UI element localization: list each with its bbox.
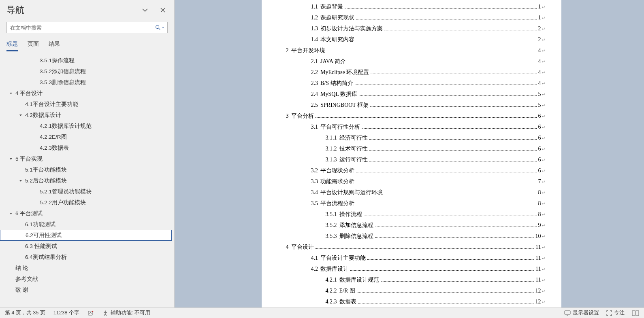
toc-entry[interactable]: 4.2.1 数据库设计规范11↵: [274, 276, 545, 284]
toc-leader: [375, 237, 534, 238]
toc-entry[interactable]: 3.1.2 技术可行性6↵: [274, 144, 545, 153]
toc-entry[interactable]: 4 平台设计11↵: [274, 243, 545, 251]
status-view-mode[interactable]: [632, 310, 639, 316]
tree-item[interactable]: 5.2后台功能模块: [0, 175, 172, 186]
toc-entry[interactable]: 3.1 平台可行性分析6↵: [274, 123, 545, 131]
toc-entry[interactable]: 2.2 MyEclipse 环境配置4↵: [274, 68, 545, 76]
tree-item[interactable]: 4.2.2E/R图: [0, 131, 172, 142]
toc-leader: [384, 30, 537, 30]
toc-entry[interactable]: 1.1 课题背景1↵: [274, 2, 545, 11]
paragraph-marker: ↵: [542, 26, 545, 32]
paragraph-marker: ↵: [542, 37, 545, 43]
toc-entry[interactable]: 3.5.1 操作流程8↵: [274, 210, 545, 218]
nav-tab-2[interactable]: 结果: [49, 37, 60, 51]
toc-entry[interactable]: 4.2.3 数据表12↵: [274, 297, 545, 306]
toc-entry[interactable]: 2.4 MySQL 数据库5↵: [274, 90, 545, 98]
toc-entry[interactable]: 4.1 平台设计主要功能11↵: [274, 254, 545, 262]
toc-number: 3.5: [311, 199, 318, 208]
toc-entry[interactable]: 3.3 功能需求分析7↵: [274, 177, 545, 186]
tree-item-label: 4.2数据库设计: [25, 112, 61, 119]
toc-entry[interactable]: 1.2 课题研究现状1↵: [274, 13, 545, 22]
status-accessibility[interactable]: 辅助功能: 不可用: [102, 310, 150, 316]
tree-caret-icon: [32, 123, 38, 129]
toc-text: E/R 图: [339, 286, 355, 295]
toc-number: 1.3: [311, 24, 318, 33]
toc-entry[interactable]: 2.3 B/S 结构简介4↵: [274, 79, 545, 87]
toc-entry[interactable]: 3.4 平台设计规则与运行环境8↵: [274, 188, 545, 197]
toc-entry[interactable]: 3.5.2 添加信息流程9↵: [274, 221, 545, 229]
tree-item[interactable]: 结 论: [0, 263, 172, 273]
toc-number: 2.5: [311, 101, 318, 109]
tree-item[interactable]: 3.5.2添加信息流程: [0, 66, 172, 77]
toc-entry[interactable]: 3.1.1 经济可行性6↵: [274, 134, 545, 142]
tree-item[interactable]: 4.2.1数据库设计规范: [0, 121, 172, 131]
search-button[interactable]: [152, 22, 167, 33]
tree-item[interactable]: 6.4测试结果分析: [0, 252, 172, 263]
tree-caret-icon[interactable]: [18, 112, 23, 118]
tree-item[interactable]: 4 平台设计: [0, 88, 172, 99]
nav-tree[interactable]: 3.5.1操作流程3.5.2添加信息流程3.5.3删除信息流程4 平台设计4.1…: [0, 52, 174, 307]
toc-leader: [369, 161, 537, 161]
tree-item[interactable]: 6.3 性能测试: [0, 241, 172, 252]
toc-entry[interactable]: 2.5 SPRINGBOOT 框架5↵: [274, 101, 545, 109]
toc-entry[interactable]: 4.2 数据库设计11↵: [274, 265, 545, 273]
tree-item[interactable]: 5.2.1管理员功能模块: [0, 186, 172, 197]
tree-item-label: 6.1功能测试: [25, 221, 55, 228]
document-area[interactable]: 1.1 课题背景1↵1.2 课题研究现状1↵1.3 初步设计方法与实施方案2↵1…: [175, 0, 644, 307]
toc-entry[interactable]: 2.1 JAVA 简介4↵: [274, 57, 545, 66]
svg-rect-3: [565, 311, 570, 314]
tree-item[interactable]: 4.2数据库设计: [0, 110, 172, 121]
status-display-settings[interactable]: 显示器设置: [564, 310, 599, 316]
tree-item[interactable]: 5 平台实现: [0, 153, 172, 164]
toc-entry[interactable]: 1.3 初步设计方法与实施方案2↵: [274, 24, 545, 33]
tree-item-label: 4.2.3数据表: [40, 144, 69, 152]
toc-entry[interactable]: 2 平台开发环境4↵: [274, 46, 545, 55]
paragraph-marker: ↵: [542, 168, 545, 174]
tree-item[interactable]: 5.2.2用户功能模块: [0, 197, 172, 208]
status-proofing[interactable]: [87, 310, 94, 316]
nav-tab-0[interactable]: 标题: [6, 37, 18, 51]
nav-tab-1[interactable]: 页面: [28, 37, 39, 51]
tree-caret-icon[interactable]: [8, 91, 14, 96]
tree-item-label: 6.3 性能测试: [25, 243, 57, 250]
nav-tabs: 标题页面结果: [0, 37, 174, 52]
tree-caret-icon: [32, 134, 38, 140]
toc-entry[interactable]: 3.2 平台现状分析6↵: [274, 166, 545, 175]
nav-collapse-button[interactable]: [140, 5, 150, 15]
toc-leader: [370, 106, 536, 107]
toc-leader: [369, 139, 537, 140]
tree-caret-icon[interactable]: [8, 211, 14, 216]
toc-number: 4.2.1: [326, 276, 337, 284]
paragraph-marker: ↵: [542, 135, 545, 141]
toc-number: 3: [286, 112, 289, 120]
tree-item[interactable]: 6.2可用性测试: [0, 230, 172, 241]
tree-item[interactable]: 3.5.3删除信息流程: [0, 77, 172, 88]
status-word-count[interactable]: 11238 个字: [53, 310, 79, 316]
toc-entry[interactable]: 3.5.3 删除信息流程10↵: [274, 232, 545, 240]
tree-item[interactable]: 5.1平台功能模块: [0, 164, 172, 175]
tree-caret-icon[interactable]: [8, 156, 14, 162]
search-input[interactable]: [7, 22, 152, 33]
tree-item[interactable]: 6.1功能测试: [0, 219, 172, 230]
toc-entry[interactable]: 3.1.3 运行可行性6↵: [274, 155, 545, 164]
tree-caret-icon: [8, 265, 14, 271]
tree-item[interactable]: 致 谢: [0, 284, 172, 295]
tree-caret-icon: [8, 287, 14, 293]
toc-entry[interactable]: 3.5 平台流程分析8↵: [274, 199, 545, 208]
toc-entry[interactable]: 3 平台分析6↵: [274, 112, 545, 120]
tree-item[interactable]: 3.5.1操作流程: [0, 55, 172, 66]
tree-item[interactable]: 参考文献: [0, 273, 172, 284]
toc-number: 4.2.2: [326, 286, 337, 295]
tree-item[interactable]: 4.2.3数据表: [0, 142, 172, 153]
nav-close-button[interactable]: [158, 5, 168, 15]
toc-entry[interactable]: 4.2.2 E/R 图12↵: [274, 286, 545, 295]
tree-item[interactable]: 6 平台测试: [0, 208, 172, 219]
tree-caret-icon[interactable]: [18, 178, 23, 184]
tree-caret-icon: [18, 222, 23, 227]
toc-entry[interactable]: 1.4 本文研究内容2↵: [274, 35, 545, 44]
status-page-info[interactable]: 第 4 页，共 35 页: [5, 310, 45, 316]
tree-item[interactable]: 4.1平台设计主要功能: [0, 99, 172, 110]
toc-text: 数据库设计: [320, 265, 349, 273]
toc-number: 1.2: [311, 13, 318, 22]
status-focus[interactable]: 专注: [606, 310, 625, 316]
